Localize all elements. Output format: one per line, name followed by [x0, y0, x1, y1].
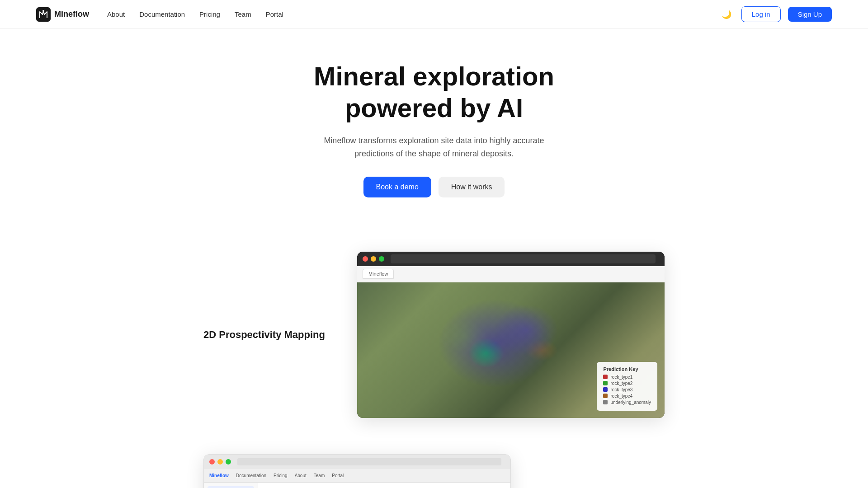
feature-row-2d: 2D Prospectivity Mapping Mineflow Predic… — [203, 252, 665, 418]
nav-left: Mineflow About Documentation Pricing Tea… — [36, 7, 283, 22]
key-dot-1 — [603, 375, 608, 379]
key-dot-2 — [603, 381, 608, 385]
browser-urlbar — [391, 254, 656, 263]
browser-dot-yellow — [371, 256, 376, 262]
inner-nav-about: About — [295, 473, 307, 478]
nav-link-team[interactable]: Team — [235, 10, 251, 18]
key-item-3: rock_type3 — [603, 387, 651, 392]
mock-browser-3d: Mineflow Documentation Pricing About Tea… — [203, 454, 511, 488]
nav-link-pricing[interactable]: Pricing — [199, 10, 220, 18]
inner-nav-documentation: Documentation — [236, 473, 266, 478]
signup-button[interactable]: Sign Up — [788, 7, 832, 22]
key-dot-3 — [603, 387, 608, 392]
nav-right: 🌙 Log in Sign Up — [719, 6, 832, 22]
how-it-works-button[interactable]: How it works — [439, 177, 505, 197]
feature-2d-label: 2D Prospectivity Mapping — [203, 329, 330, 341]
browser-dot-3d-red — [209, 459, 215, 465]
key-label-3: rock_type3 — [610, 387, 632, 392]
browser-content-3d: Au_gt 4m Au_gt 5m Au_gt 6m Au_gt 7m — [204, 483, 510, 488]
inner-nav-portal: Portal — [332, 473, 344, 478]
nav-links: About Documentation Pricing Team Portal — [107, 10, 283, 19]
browser-dot-green — [379, 256, 384, 262]
key-label-1: rock_type1 — [610, 375, 632, 380]
inner-nav-pricing: Pricing — [274, 473, 288, 478]
hero-heading-line2: powered by AI — [345, 93, 523, 122]
sidebar-panel-3d: Au_gt 4m Au_gt 5m Au_gt 6m Au_gt 7m — [204, 483, 258, 488]
nav-link-portal[interactable]: Portal — [266, 10, 283, 18]
nav-link-docs[interactable]: Documentation — [139, 10, 185, 18]
logo-icon — [36, 7, 51, 22]
hero-section: Mineral exploration powered by AI Minefl… — [0, 29, 868, 243]
inner-nav-3d: Mineflow Documentation Pricing About Tea… — [204, 469, 510, 483]
mock-browser-2d: Mineflow Prediction Key rock_type1 rock_… — [357, 252, 665, 418]
prediction-key: Prediction Key rock_type1 rock_type2 roc… — [597, 362, 657, 411]
hero-heading-line1: Mineral exploration — [314, 61, 554, 91]
model-area-3d: Predictions — [258, 483, 510, 488]
key-dot-4 — [603, 394, 608, 398]
map-container: Prediction Key rock_type1 rock_type2 roc… — [357, 282, 665, 418]
key-label-2: rock_type2 — [610, 381, 632, 386]
browser-dot-3d-yellow — [217, 459, 223, 465]
browser-dot-red — [363, 256, 368, 262]
key-item-2: rock_type2 — [603, 381, 651, 386]
svg-rect-0 — [36, 7, 51, 22]
prediction-key-title: Prediction Key — [603, 366, 651, 372]
toolbar-tab: Mineflow — [363, 269, 394, 279]
hero-buttons: Book a demo How it works — [9, 177, 859, 197]
hero-heading: Mineral exploration powered by AI — [9, 61, 859, 123]
browser-bar-3d — [204, 455, 510, 469]
browser-dot-3d-green — [226, 459, 231, 465]
key-label-5: underlying_anomaly — [610, 400, 651, 405]
sidebar-item-1: Au_gt 4m — [208, 486, 254, 488]
svg-point-1 — [42, 10, 44, 12]
theme-toggle-button[interactable]: 🌙 — [719, 7, 734, 22]
browser-bar-2d — [357, 252, 665, 266]
logo-link[interactable]: Mineflow — [36, 7, 89, 22]
book-demo-button[interactable]: Book a demo — [363, 177, 431, 197]
logo-text: Mineflow — [54, 9, 89, 19]
browser-toolbar-2d: Mineflow — [357, 266, 665, 282]
urlbar-3d — [237, 458, 501, 465]
hero-description: Mineflow transforms exploration site dat… — [321, 134, 547, 160]
inner-nav-mineflow: Mineflow — [209, 473, 229, 478]
feature-2d-image: Mineflow Prediction Key rock_type1 rock_… — [357, 252, 665, 418]
feature-3d-image: Mineflow Documentation Pricing About Tea… — [203, 454, 511, 488]
key-label-4: rock_type4 — [610, 394, 632, 399]
feature-row-3d: 3D Resource Modeling of a Gold Deposit M… — [203, 454, 665, 488]
key-item-4: rock_type4 — [603, 394, 651, 399]
key-item-5: underlying_anomaly — [603, 400, 651, 405]
navbar: Mineflow About Documentation Pricing Tea… — [0, 0, 868, 29]
login-button[interactable]: Log in — [741, 6, 781, 22]
key-dot-5 — [603, 400, 608, 404]
nav-link-about[interactable]: About — [107, 10, 125, 18]
features-section: 2D Prospectivity Mapping Mineflow Predic… — [185, 243, 683, 488]
inner-nav-team: Team — [314, 473, 325, 478]
key-item-1: rock_type1 — [603, 375, 651, 380]
